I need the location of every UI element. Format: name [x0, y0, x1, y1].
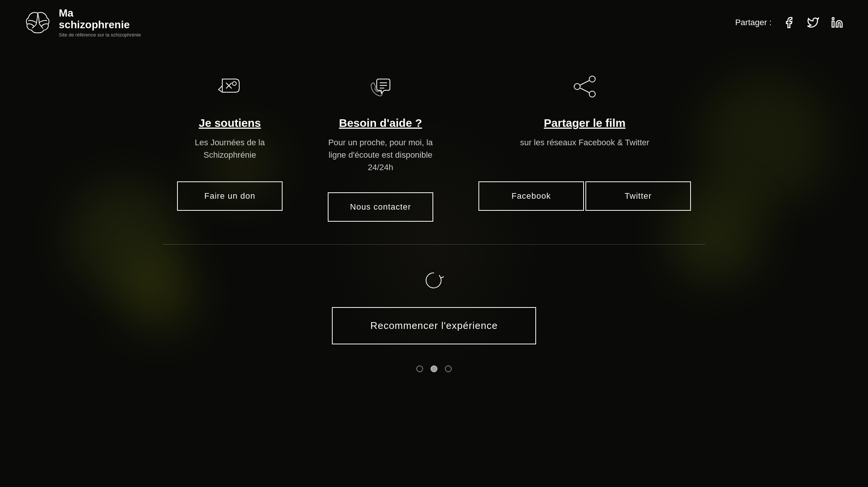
twitter-button[interactable]: Twitter — [585, 181, 691, 211]
column-soutiens-title: Je soutiens — [199, 117, 261, 129]
svg-rect-0 — [832, 21, 834, 27]
share-network-icon — [566, 68, 604, 105]
column-partager-buttons: Facebook Twitter — [478, 181, 691, 211]
nav-dot-1[interactable] — [416, 365, 423, 372]
logo-schizo: schizophrenie — [59, 19, 141, 31]
header: Ma schizophrenie Site de référence sur l… — [0, 0, 868, 45]
logo-subtitle: Site de référence sur la schizophrénie — [59, 32, 141, 38]
nav-dot-2[interactable] — [431, 365, 437, 372]
facebook-share-button[interactable] — [781, 14, 797, 31]
nav-dots — [416, 365, 452, 372]
bottom-section: Recommencer l'expérience — [332, 267, 536, 372]
phone-chat-icon — [362, 68, 399, 105]
share-icons — [781, 14, 845, 31]
replay-icon[interactable] — [421, 267, 447, 294]
linkedin-share-button[interactable] — [829, 14, 845, 31]
svg-line-10 — [580, 88, 589, 93]
column-partager-title: Partager le film — [544, 117, 626, 129]
column-partager: Partager le film sur les réseaux Faceboo… — [456, 68, 714, 222]
logo-ma: Ma — [59, 8, 141, 19]
column-partager-desc: sur les réseaux Facebook & Twitter — [520, 136, 649, 163]
brain-logo-icon — [23, 8, 53, 38]
column-aide-buttons: Nous contacter — [328, 192, 433, 222]
svg-point-8 — [589, 91, 595, 97]
svg-point-7 — [574, 84, 580, 90]
facebook-button[interactable]: Facebook — [478, 181, 584, 211]
logo-text: Ma schizophrenie Site de référence sur l… — [59, 8, 141, 38]
column-soutiens: Je soutiens Les Journées de la Schizophr… — [154, 68, 305, 222]
column-aide: Besoin d'aide ? Pour un proche, pour moi… — [305, 68, 456, 222]
column-aide-desc: Pour un proche, pour moi, la ligne d'éco… — [328, 136, 433, 173]
svg-point-1 — [832, 18, 834, 20]
logo[interactable]: Ma schizophrenie Site de référence sur l… — [23, 8, 141, 38]
partager-label: Partager : — [735, 18, 772, 27]
nous-contacter-button[interactable]: Nous contacter — [328, 192, 433, 222]
column-soutiens-buttons: Faire un don — [177, 181, 283, 211]
share-area: Partager : — [735, 14, 845, 31]
main-content: Je soutiens Les Journées de la Schizophr… — [0, 68, 868, 487]
svg-point-2 — [232, 82, 236, 85]
divider — [163, 244, 705, 245]
column-soutiens-desc: Les Journées de la Schizophrénie — [177, 136, 283, 163]
columns-row: Je soutiens Les Journées de la Schizophr… — [95, 68, 773, 222]
column-aide-title: Besoin d'aide ? — [339, 117, 422, 129]
faire-don-button[interactable]: Faire un don — [177, 181, 283, 211]
nav-dot-3[interactable] — [445, 365, 452, 372]
restart-button[interactable]: Recommencer l'expérience — [332, 307, 536, 344]
ribbon-icon — [211, 68, 249, 105]
svg-line-9 — [580, 81, 589, 85]
twitter-share-button[interactable] — [805, 14, 821, 31]
svg-point-6 — [589, 76, 595, 82]
